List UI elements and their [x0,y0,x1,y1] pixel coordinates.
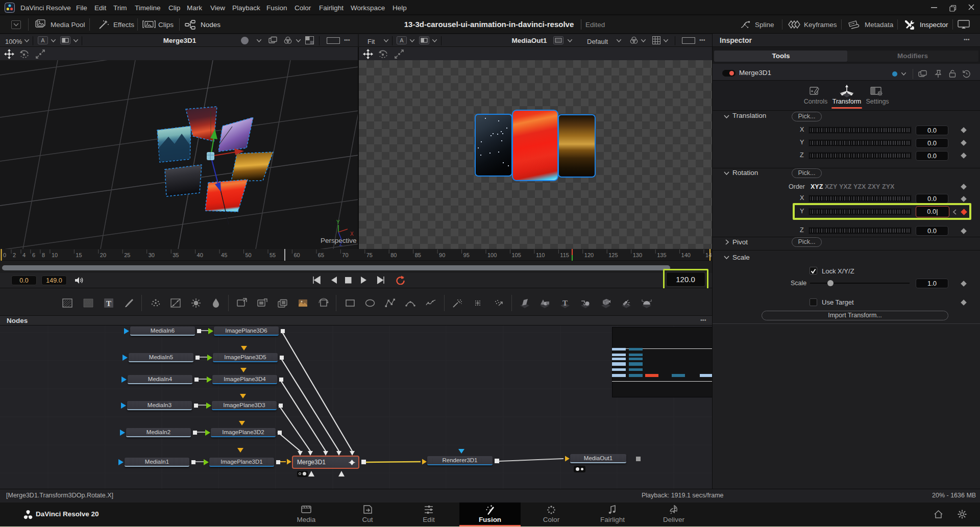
svg-text:Perspective: Perspective [321,237,357,244]
svg-text:T: T [106,299,111,308]
svg-text:A: A [41,37,45,43]
svg-text:Y: Y [336,219,340,225]
svg-text:Z: Z [339,241,342,247]
svg-text:X: X [350,231,354,237]
svg-text:A: A [400,37,404,43]
svg-text:T: T [562,299,568,307]
